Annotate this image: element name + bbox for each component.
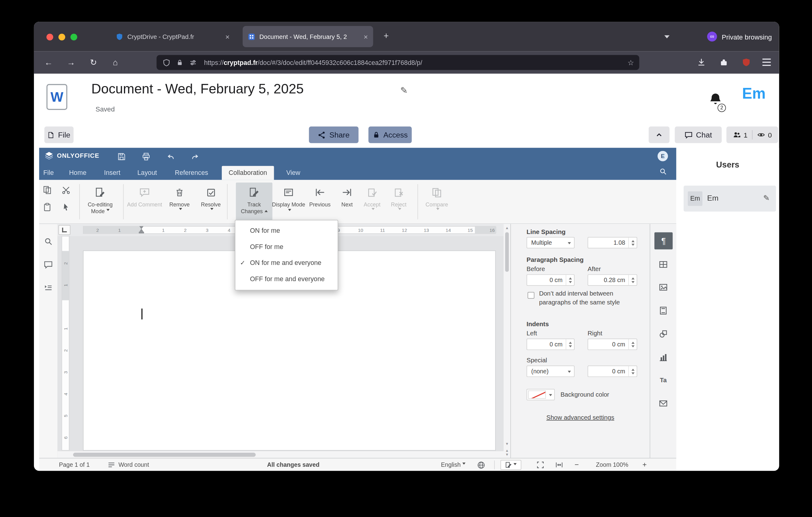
tab-cryptdrive[interactable]: CryptDrive - CryptPad.fr × (111, 26, 235, 47)
edit-title-pencil-icon[interactable]: ✎ (400, 85, 408, 96)
mail-merge-icon[interactable] (658, 398, 668, 409)
word-count-button[interactable]: Word count (118, 459, 149, 471)
spin-up-icon[interactable] (569, 276, 572, 279)
special-amount-spinner[interactable]: 0 cm (588, 366, 637, 377)
userlist-toggle-button[interactable]: 1 0 (726, 127, 778, 143)
share-button[interactable]: Share (309, 127, 358, 143)
special-select[interactable]: (none) (526, 366, 575, 377)
background-color-picker[interactable] (526, 389, 555, 400)
scroll-down-icon[interactable]: ▼ (503, 442, 510, 446)
chat-button[interactable]: Chat (675, 127, 722, 143)
reload-button[interactable]: ↻ (86, 55, 101, 70)
fit-page-icon[interactable] (536, 460, 545, 469)
line-spacing-amount-spinner[interactable]: 1.08 (588, 237, 637, 248)
track-changes-status-button[interactable] (500, 460, 521, 470)
edit-name-pencil-icon[interactable]: ✎ (763, 194, 770, 203)
spin-up-icon[interactable] (631, 276, 634, 279)
horizontal-scrollbar[interactable] (58, 451, 503, 458)
spin-up-icon[interactable] (631, 367, 634, 371)
menu-tab-collaboration[interactable]: Collaboration (222, 166, 274, 180)
menu-tab-insert[interactable]: Insert (101, 166, 124, 180)
chart-settings-icon[interactable] (658, 352, 668, 363)
minimize-window-button[interactable] (58, 34, 65, 40)
back-button[interactable]: ← (41, 55, 56, 70)
scroll-up-icon[interactable]: ▲ (503, 226, 510, 230)
document-title[interactable]: Document - Wed, February 5, 2025 (91, 81, 303, 97)
spacing-after-spinner[interactable]: 0.28 cm (588, 274, 637, 286)
url-bar[interactable]: https://cryptpad.fr/doc/#/3/doc/edit/ff0… (157, 55, 639, 70)
url-text[interactable]: https://cryptpad.fr/doc/#/3/doc/edit/ff0… (204, 59, 422, 66)
ublock-icon[interactable] (738, 55, 754, 70)
hanging-indent-marker[interactable] (139, 227, 144, 232)
paragraph-settings-icon[interactable]: ¶ (655, 232, 673, 249)
table-settings-icon[interactable] (658, 260, 668, 270)
menu-tab-layout[interactable]: Layout (135, 166, 159, 180)
collapse-toolbar-button[interactable] (648, 127, 669, 143)
close-tab-icon[interactable]: × (364, 32, 368, 41)
horizontal-scroll-thumb[interactable] (73, 453, 256, 457)
extensions-icon[interactable] (716, 55, 731, 70)
indent-left-spinner[interactable]: 0 cm (526, 339, 575, 350)
indent-right-spinner[interactable]: 0 cm (588, 339, 637, 350)
reject-button[interactable]: Reject (380, 183, 417, 222)
menu-tab-view[interactable]: View (283, 166, 303, 180)
undo-icon[interactable] (166, 152, 175, 161)
new-tab-button[interactable]: + (379, 30, 393, 43)
interval-checkbox[interactable] (527, 292, 534, 299)
menu-hamburger-icon[interactable] (762, 58, 771, 66)
previous-page-icon[interactable]: ▲ (503, 449, 510, 452)
coediting-mode-button[interactable]: Co-editing Mode (82, 183, 118, 222)
zoom-out-button[interactable]: − (575, 459, 579, 471)
select-all-button[interactable] (60, 201, 71, 213)
paste-button[interactable] (41, 201, 53, 213)
list-tabs-chevron-icon[interactable] (664, 35, 669, 41)
header-footer-settings-icon[interactable] (658, 305, 668, 316)
file-button[interactable]: File (45, 127, 74, 143)
home-button[interactable]: ⌂ (107, 55, 123, 70)
find-icon[interactable] (44, 237, 53, 246)
permissions-icon[interactable] (190, 59, 197, 66)
resolve-button[interactable]: Resolve (193, 183, 229, 222)
left-indent-marker[interactable] (139, 232, 144, 234)
close-window-button[interactable] (47, 34, 53, 40)
save-icon[interactable] (117, 152, 126, 161)
spin-up-icon[interactable] (569, 340, 572, 344)
shield-icon[interactable] (163, 59, 170, 66)
account-name[interactable]: Em (742, 85, 765, 102)
line-spacing-select[interactable]: Multiple (526, 237, 575, 248)
tab-stop-selector[interactable] (58, 225, 70, 235)
compare-button[interactable]: Compare (418, 183, 455, 222)
next-page-icon[interactable]: ▼ (503, 453, 510, 456)
menu-tab-file[interactable]: File (40, 166, 57, 180)
menu-item-on-for-me[interactable]: ✓ON for me (235, 223, 338, 239)
vertical-scrollbar[interactable]: ▲ ▼ ▲ ▼ (503, 224, 510, 458)
tab-document[interactable]: Document - Wed, February 5, 2 × (242, 26, 373, 47)
comments-icon[interactable] (44, 260, 53, 270)
user-list-item[interactable]: Em Em ✎ (684, 186, 776, 212)
forward-button[interactable]: → (63, 55, 79, 70)
image-settings-icon[interactable] (658, 282, 668, 293)
vertical-scroll-thumb[interactable] (505, 232, 509, 272)
spin-up-icon[interactable] (631, 238, 634, 242)
maximize-window-button[interactable] (70, 34, 77, 40)
close-tab-icon[interactable]: × (226, 32, 230, 41)
menu-item-off-for-me[interactable]: ✓OFF for me (235, 239, 338, 255)
editor-search-icon[interactable] (659, 167, 667, 175)
lock-icon[interactable] (177, 59, 183, 66)
page-indicator[interactable]: Page 1 of 1 (59, 459, 90, 471)
copy-button[interactable] (41, 184, 53, 195)
advanced-settings-link[interactable]: Show advanced settings (511, 414, 650, 421)
menu-item-on-for-everyone[interactable]: ✓ON for me and everyone (235, 255, 338, 271)
spin-down-icon[interactable] (569, 345, 572, 349)
print-icon[interactable] (141, 152, 151, 161)
language-selector[interactable]: English (441, 459, 465, 471)
redo-icon[interactable] (191, 152, 200, 161)
spin-down-icon[interactable] (631, 281, 634, 284)
spin-down-icon[interactable] (631, 345, 634, 349)
shape-settings-icon[interactable] (658, 329, 668, 339)
cut-button[interactable] (60, 184, 71, 195)
menu-tab-references[interactable]: References (173, 166, 210, 180)
track-changes-button[interactable]: Track Changes (236, 183, 272, 222)
spin-down-icon[interactable] (569, 281, 572, 284)
collaborator-avatar[interactable]: E (658, 151, 668, 161)
